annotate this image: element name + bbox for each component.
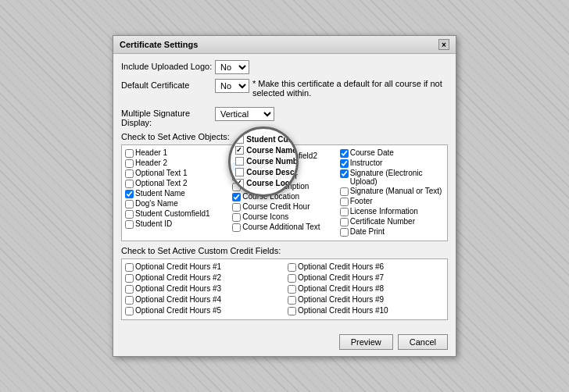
dialog-title: Certificate Settings — [120, 40, 198, 49]
custom-fields-label: Check to Set Active Custom Credit Fields… — [121, 246, 448, 255]
custom-grid: Optional Credit Hours #1 Optional Credit… — [125, 262, 444, 316]
include-logo-row: Include Uploaded Logo: No Yes — [121, 60, 448, 74]
dialog-footer: Preview Cancel — [113, 331, 456, 356]
optional-credit5-checkbox[interactable] — [125, 307, 134, 315]
col2-checkboxes: Student Cu... Course Name Course Numbe — [232, 148, 336, 237]
list-item: Optional Credit Hours #4 — [125, 295, 281, 305]
course-number-checkbox[interactable] — [232, 173, 241, 181]
list-item: Header 1 — [125, 148, 229, 158]
dialog-titlebar: Certificate Settings × — [113, 36, 456, 54]
magnify-wrapper: Student Cu... Course Name Course Numbe — [232, 148, 336, 233]
student-customfield1-checkbox[interactable] — [125, 210, 134, 219]
list-item: Signature (Electronic Upload) — [340, 169, 444, 186]
col3-checkboxes: Course Date Instructor Signature (Electr… — [340, 148, 444, 237]
list-item: Instructor — [340, 159, 444, 168]
list-item: Course Date — [340, 148, 444, 158]
optional-credit2-checkbox[interactable] — [125, 274, 134, 283]
list-item: Optional Credit Hours #2 — [125, 273, 281, 283]
include-logo-select[interactable]: No Yes — [215, 60, 249, 74]
certificate-settings-dialog: Certificate Settings × Include Uploaded … — [113, 35, 456, 357]
list-item: Optional Text 1 — [125, 169, 229, 178]
list-item: Optional Credit Hours #5 — [125, 306, 281, 315]
include-logo-label: Include Uploaded Logo: — [121, 60, 215, 71]
include-logo-control: No Yes — [215, 60, 448, 74]
optional-credit8-checkbox[interactable] — [288, 285, 296, 294]
list-item: Optional Credit Hours #6 — [288, 262, 444, 272]
list-item: Course Description — [232, 182, 336, 191]
optional-credit9-checkbox[interactable] — [288, 296, 296, 305]
list-item: Signature (Manual or Text) — [340, 187, 444, 196]
list-item: Dog's Name — [125, 199, 229, 208]
license-info-checkbox[interactable] — [340, 208, 349, 216]
custom-fields-section: Optional Credit Hours #1 Optional Credit… — [121, 258, 448, 320]
list-item: Course Credit Hour — [232, 202, 336, 212]
optional-credit3-checkbox[interactable] — [125, 285, 134, 294]
certificate-number-checkbox[interactable] — [340, 218, 349, 226]
list-item: Certificate Number — [340, 217, 444, 226]
default-cert-row: Default Certificate No Yes * Make this c… — [121, 79, 448, 102]
default-cert-control: No Yes * Make this certificate a default… — [215, 79, 448, 98]
course-date-checkbox[interactable] — [340, 149, 349, 158]
optional-text2-checkbox[interactable] — [125, 180, 134, 188]
list-item: Optional Credit Hours #9 — [288, 295, 444, 305]
list-item: Course Location — [232, 192, 336, 201]
signature-electronic-checkbox[interactable] — [340, 169, 349, 178]
optional-text1-checkbox[interactable] — [125, 169, 134, 178]
list-item: License Information — [340, 207, 444, 216]
list-item: Student Customfield2 — [232, 151, 336, 161]
course-location-checkbox[interactable] — [232, 193, 241, 201]
multiple-signature-row: Multiple Signature Display: Vertical Hor… — [121, 107, 448, 127]
active-objects-section: Header 1 Header 2 Optional Text 1 Option… — [121, 144, 448, 241]
list-item: Footer — [340, 197, 444, 206]
list-item: Optional Credit Hours #3 — [125, 284, 281, 294]
student-id-checkbox[interactable] — [125, 220, 134, 229]
header1-checkbox[interactable] — [125, 149, 134, 158]
course-name-checkbox[interactable] — [232, 162, 241, 171]
course-description-checkbox[interactable] — [232, 183, 241, 191]
student-name-checkbox[interactable] — [125, 190, 134, 198]
course-additional-text-checkbox[interactable] — [232, 223, 241, 232]
signature-manual-checkbox[interactable] — [340, 187, 349, 196]
multiple-signature-control: Vertical Horizontal — [215, 107, 448, 121]
list-item: Date Print — [340, 227, 444, 237]
preview-button[interactable]: Preview — [339, 334, 393, 350]
header2-checkbox[interactable] — [125, 159, 134, 168]
list-item: Course Name — [232, 162, 336, 171]
col1-checkboxes: Header 1 Header 2 Optional Text 1 Option… — [125, 148, 229, 237]
active-objects-label: Check to Set Active Objects: — [121, 132, 448, 141]
optional-credit7-checkbox[interactable] — [288, 274, 296, 283]
course-icons-checkbox[interactable] — [232, 213, 241, 222]
course-credit-hour-checkbox[interactable] — [232, 203, 241, 212]
dialog-body: Include Uploaded Logo: No Yes Default Ce… — [113, 54, 456, 331]
default-cert-description: * Make this certificate a default for al… — [252, 79, 448, 98]
default-cert-select[interactable]: No Yes — [215, 79, 249, 93]
dogs-name-checkbox[interactable] — [125, 200, 134, 208]
list-item: Optional Credit Hours #8 — [288, 284, 444, 294]
multiple-signature-label: Multiple Signature Display: — [121, 107, 215, 127]
cancel-button[interactable]: Cancel — [398, 334, 448, 350]
list-item: Course Number — [232, 172, 336, 181]
list-item: Optional Credit Hours #7 — [288, 273, 444, 283]
optional-credit1-checkbox[interactable] — [125, 263, 134, 272]
optional-credit4-checkbox[interactable] — [125, 296, 134, 305]
footer-checkbox[interactable] — [340, 198, 349, 206]
active-objects-grid: Header 1 Header 2 Optional Text 1 Option… — [125, 148, 444, 237]
list-item: Student Name — [125, 189, 229, 198]
date-print-checkbox[interactable] — [340, 228, 349, 237]
list-item: Course Icons — [232, 212, 336, 222]
list-item: Student ID — [125, 219, 229, 229]
list-item: Student Customfield1 — [125, 209, 229, 219]
close-button[interactable]: × — [438, 39, 449, 50]
optional-credit10-checkbox[interactable] — [288, 307, 296, 315]
list-item: Optional Credit Hours #10 — [288, 306, 444, 315]
list-item: Header 2 — [125, 159, 229, 168]
multiple-signature-select[interactable]: Vertical Horizontal — [215, 107, 274, 121]
default-cert-label: Default Certificate — [121, 79, 215, 90]
student-customfield2-checkbox[interactable] — [232, 152, 241, 161]
list-item: Optional Credit Hours #1 — [125, 262, 281, 272]
optional-credit6-checkbox[interactable] — [288, 263, 296, 272]
list-item: Course Additional Text — [232, 223, 336, 232]
instructor-checkbox[interactable] — [340, 159, 349, 168]
list-item: Optional Text 2 — [125, 179, 229, 188]
